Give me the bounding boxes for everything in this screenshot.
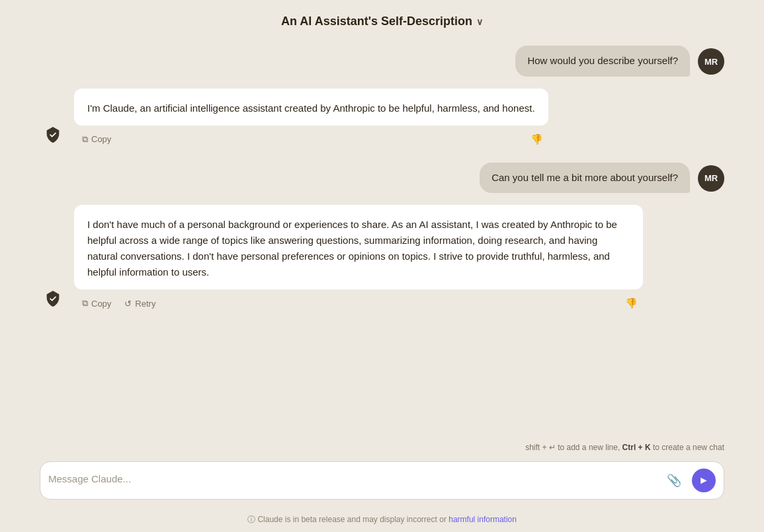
ai-message-row-1: I'm Claude, an artificial intelligence a… — [40, 89, 724, 151]
header-title-container[interactable]: An AI Assistant's Self-Description ∨ — [281, 15, 483, 28]
ai-actions-1: ⧉ Copy 👎 — [74, 126, 548, 151]
thumbs-down-button-1[interactable]: 👎 — [528, 131, 546, 148]
copy-label-1: Copy — [91, 134, 111, 144]
ai-actions-left-2: ⧉ Copy ↺ Retry — [77, 295, 161, 311]
ai-actions-2: ⧉ Copy ↺ Retry 👎 — [74, 289, 643, 315]
hint-text-suffix: to create a new chat — [651, 443, 724, 452]
retry-button-2[interactable]: ↺ Retry — [119, 296, 161, 311]
copy-label-2: Copy — [91, 299, 111, 309]
ai-message-1-text: I'm Claude, an artificial intelligence a… — [87, 102, 535, 114]
harmful-info-link[interactable]: harmful information — [448, 515, 517, 524]
send-button[interactable]: ► — [692, 469, 716, 492]
paperclip-icon: 📎 — [667, 473, 681, 488]
hint-bold: Ctrl + K — [622, 443, 651, 452]
ai-bubble-wrapper-1: I'm Claude, an artificial intelligence a… — [74, 89, 548, 151]
retry-icon-2: ↺ — [124, 299, 132, 309]
copy-icon-1: ⧉ — [82, 134, 88, 145]
input-box: 📎 ► — [40, 461, 724, 500]
chat-header: An AI Assistant's Self-Description ∨ — [0, 0, 764, 39]
ai-avatar-2 — [40, 285, 66, 312]
copy-button-1[interactable]: ⧉ Copy — [77, 132, 116, 147]
thumbs-down-icon-2: 👎 — [625, 297, 638, 309]
ai-message-2-text: I don't have much of a personal backgrou… — [87, 219, 617, 278]
attach-button[interactable]: 📎 — [663, 469, 685, 492]
ai-actions-left-1: ⧉ Copy — [77, 132, 116, 147]
ai-avatar-1 — [40, 122, 66, 148]
footer-note: ⓘ Claude is in beta release and may disp… — [0, 510, 764, 532]
ai-bubble-1: I'm Claude, an artificial intelligence a… — [74, 89, 548, 126]
input-area: 📎 ► — [0, 456, 764, 510]
user-message-1: How would you describe yourself? — [515, 46, 690, 77]
send-icon: ► — [699, 475, 709, 486]
user-message-row-2: MR Can you tell me a bit more about your… — [40, 163, 724, 194]
copy-button-2[interactable]: ⧉ Copy — [77, 295, 116, 311]
user-message-2: Can you tell me a bit more about yoursel… — [480, 163, 690, 194]
chat-area: MR How would you describe yourself? I'm … — [0, 39, 764, 439]
user-message-row-1: MR How would you describe yourself? — [40, 46, 724, 77]
thumbs-down-icon-1: 👎 — [531, 133, 543, 145]
thumbs-down-button-2[interactable]: 👎 — [622, 295, 640, 312]
ai-bubble-wrapper-2: I don't have much of a personal backgrou… — [74, 205, 643, 315]
conversation-title: An AI Assistant's Self-Description — [281, 15, 472, 28]
input-hint: shift + ↵ to add a new line, Ctrl + K to… — [0, 439, 764, 456]
copy-icon-2: ⧉ — [82, 298, 88, 309]
retry-label-2: Retry — [135, 299, 155, 309]
message-input[interactable] — [48, 471, 656, 490]
user-avatar-2: MR — [698, 165, 724, 192]
ai-bubble-2: I don't have much of a personal backgrou… — [74, 205, 643, 289]
chevron-down-icon[interactable]: ∨ — [476, 17, 483, 27]
hint-text-prefix: shift + ↵ to add a new line, — [525, 443, 622, 452]
ai-message-row-2: I don't have much of a personal backgrou… — [40, 205, 724, 315]
footer-text: ⓘ Claude is in beta release and may disp… — [247, 515, 448, 524]
user-avatar-1: MR — [698, 48, 724, 75]
